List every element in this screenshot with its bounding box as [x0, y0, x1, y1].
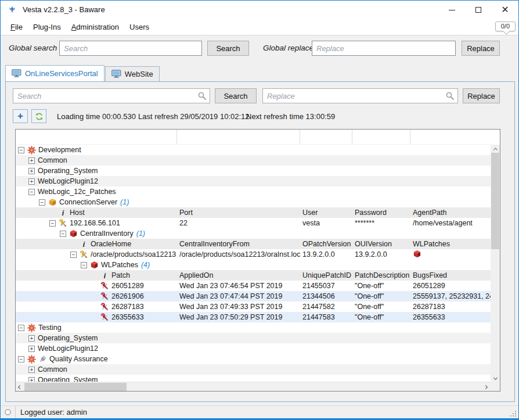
scroll-down-icon[interactable]: [491, 374, 500, 382]
panel-replace-input[interactable]: [262, 88, 458, 103]
tree-label: 26051289: [111, 281, 144, 291]
global-search-button[interactable]: Search: [207, 41, 249, 56]
close-button[interactable]: ✕: [492, 1, 518, 19]
tree-row[interactable]: +Common: [16, 364, 491, 375]
expander-plus-icon[interactable]: +: [28, 335, 35, 342]
tab-website[interactable]: WebSite: [105, 66, 160, 81]
panel-search-button[interactable]: Search: [215, 88, 257, 103]
vertical-scroll-thumb[interactable]: [491, 153, 499, 249]
info-icon: i: [59, 209, 67, 217]
column-header: OUIVersion: [355, 239, 410, 249]
global-search-input[interactable]: [59, 41, 202, 56]
tree-row[interactable]: +Common: [16, 155, 491, 166]
expander-minus-icon[interactable]: −: [39, 199, 45, 206]
tree-label: Common: [38, 364, 67, 375]
maximize-button[interactable]: [465, 1, 492, 19]
status-separator: [15, 406, 16, 419]
cell-value: 21455037: [302, 281, 352, 291]
expander-minus-icon[interactable]: −: [18, 356, 24, 362]
global-replace-input[interactable]: [312, 41, 456, 56]
add-button[interactable]: +: [13, 109, 28, 123]
panel-replace-button[interactable]: Replace: [463, 88, 500, 103]
menu-item-file[interactable]: File: [5, 21, 28, 34]
expander-minus-icon[interactable]: −: [60, 231, 66, 237]
global-replace-button[interactable]: Replace: [462, 41, 500, 56]
resize-grip-icon[interactable]: [509, 410, 517, 418]
menu-item-administration[interactable]: Administration: [66, 21, 124, 34]
tree-label: WLPatches: [101, 260, 138, 270]
global-replace-label: Global replace :: [263, 44, 318, 52]
tree-row[interactable]: −Quality Assurance: [16, 354, 491, 364]
cell-value: [413, 249, 491, 260]
expander-minus-icon[interactable]: −: [18, 325, 24, 331]
cell-value: /home/vesta/agent: [413, 218, 491, 228]
column-header: AppliedOn: [179, 270, 300, 281]
tree-label: CentralInventory: [80, 228, 134, 239]
scrollbar-corner: [491, 382, 500, 391]
tree-row[interactable]: −WLPatches(4): [16, 260, 491, 270]
cell-value: vesta: [302, 218, 352, 228]
expander-plus-icon[interactable]: +: [28, 168, 35, 174]
refresh-button[interactable]: [31, 109, 46, 123]
tree-row[interactable]: +Operating_System: [16, 166, 491, 176]
cell-value: 21447582: [302, 301, 352, 312]
tree-row[interactable]: +WebLogicPlugin12: [16, 343, 491, 354]
cell-value: 21344506: [302, 291, 352, 301]
tree-row[interactable]: 26355633Wed Jan 23 07:50:29 PST 20192144…: [16, 312, 491, 322]
expander-minus-icon[interactable]: −: [70, 252, 77, 258]
tree-row[interactable]: −CentralInventory(1): [16, 228, 491, 239]
menu-item-plug-ins[interactable]: Plug-Ins: [28, 21, 66, 34]
scroll-up-icon[interactable]: [491, 145, 500, 153]
cell-value: 26051289: [413, 281, 491, 291]
tree-header-row: iHostPortUserPasswordAgentPath: [16, 207, 491, 218]
window-title: Vesta v2.2.8_3 - Baware: [23, 5, 105, 14]
expander-plus-icon[interactable]: +: [28, 178, 35, 185]
cube-red-icon: [90, 261, 99, 270]
minimize-button[interactable]: [438, 1, 465, 19]
tree-row[interactable]: 26261906Wed Jan 23 07:47:44 PST 20192134…: [16, 291, 491, 301]
expander-plus-icon[interactable]: +: [28, 367, 35, 373]
loading-time-text: Loading time 00:00.530: [57, 112, 136, 121]
tree-row[interactable]: −192.168.56.10122vesta*******/home/vesta…: [16, 218, 491, 228]
expander-minus-icon[interactable]: −: [49, 220, 56, 227]
tree-label: 192.168.56.101: [70, 218, 120, 228]
header-cell: [300, 130, 352, 144]
tree-row[interactable]: +Operating_System: [16, 375, 491, 382]
panel-search-input[interactable]: [13, 88, 210, 103]
column-header: PatchDescription: [355, 270, 410, 281]
scroll-right-icon[interactable]: [481, 382, 489, 392]
counter-badge: 0/0: [495, 21, 516, 31]
cell-value: 22: [179, 218, 300, 228]
scroll-left-icon[interactable]: [16, 382, 24, 392]
cell-value: "One-off": [355, 301, 410, 312]
expander-plus-icon[interactable]: +: [28, 377, 35, 382]
expander-plus-icon[interactable]: +: [28, 157, 35, 164]
expander-minus-icon[interactable]: −: [28, 189, 35, 195]
tree-row[interactable]: +WebLogicPlugin12: [16, 176, 491, 186]
tree-row[interactable]: 26051289Wed Jan 23 07:46:54 PST 20192145…: [16, 281, 491, 291]
tree-row[interactable]: −Testing: [16, 322, 491, 333]
svg-text:i: i: [62, 209, 64, 217]
wrench-red-icon: [100, 282, 109, 290]
tree-row[interactable]: −ConnectionServer(1): [16, 197, 491, 207]
horizontal-scrollbar[interactable]: [16, 382, 491, 391]
tree-row[interactable]: −Development: [16, 145, 491, 155]
tree-row[interactable]: −/oracle/products/soa12213/oracle/produc…: [16, 249, 491, 260]
expander-minus-icon[interactable]: −: [81, 262, 87, 268]
gear-icon: [27, 324, 36, 332]
column-header: CentralInventoryFrom: [179, 239, 300, 249]
tree-row[interactable]: −WebLogic_12c_Patches: [16, 186, 491, 197]
tab-onlineservicesportal[interactable]: OnLineServicesPortal: [5, 65, 104, 81]
expander-plus-icon[interactable]: +: [28, 346, 35, 352]
menu-item-users[interactable]: Users: [124, 21, 154, 34]
expander-minus-icon[interactable]: −: [18, 147, 24, 153]
tree-row[interactable]: 26287183Wed Jan 23 07:49:33 PST 20192144…: [16, 301, 491, 312]
vertical-scrollbar[interactable]: [491, 145, 500, 382]
tree-row[interactable]: +Operating_System: [16, 333, 491, 343]
cell-value: 26355633: [413, 312, 491, 322]
wrench-red-icon: [100, 292, 109, 301]
count-badge: (4): [141, 260, 150, 270]
horizontal-scroll-thumb[interactable]: [24, 383, 127, 391]
wrench-red-icon: [100, 303, 109, 311]
cell-value: Wed Jan 23 07:46:54 PST 2019: [179, 281, 300, 291]
